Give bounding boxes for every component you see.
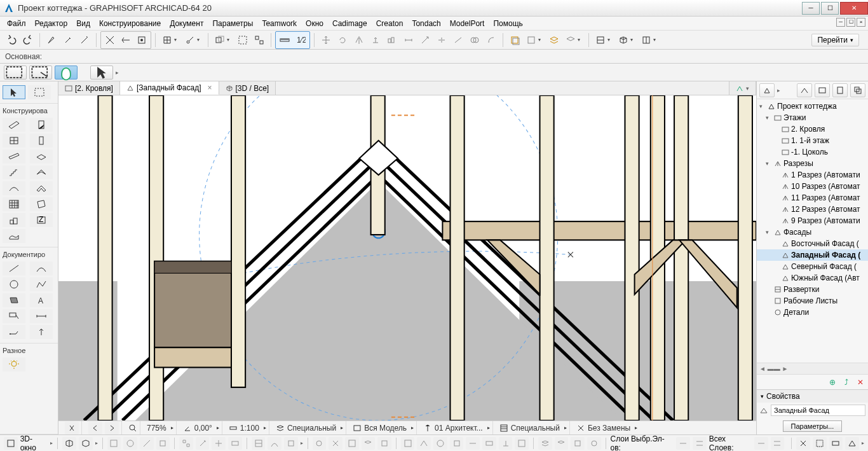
- stretch-button[interactable]: [401, 32, 416, 48]
- zoom-prev-button[interactable]: [88, 422, 102, 434]
- nav-horizontal-scroll[interactable]: ◄ ▬▬ ►: [757, 363, 868, 374]
- view-tab-floor[interactable]: [2. Кровля]: [58, 81, 120, 95]
- fillet-button[interactable]: [484, 32, 499, 48]
- trace-settings-button[interactable]: ▾: [524, 32, 545, 48]
- magic-wand-button[interactable]: [77, 32, 92, 48]
- element-snap-button[interactable]: ▾: [182, 32, 204, 48]
- bb-btn-5[interactable]: [179, 437, 193, 450]
- tree-item[interactable]: 10 Разрез (Автомат: [757, 181, 868, 192]
- tree-item[interactable]: -1. Цоколь: [757, 146, 868, 158]
- nav-save-view-icon[interactable]: ⤴: [841, 377, 851, 387]
- nav-props-header[interactable]: ▾Свойства: [757, 390, 868, 403]
- bb-btn-20[interactable]: [450, 437, 464, 450]
- override-seg[interactable]: Без Замены▸: [574, 421, 640, 434]
- morph-tool[interactable]: [30, 197, 53, 211]
- bb-btn-24[interactable]: [515, 437, 529, 450]
- menu-teamwork[interactable]: Teamwork: [257, 17, 301, 30]
- roof-tool[interactable]: [30, 165, 53, 179]
- tree-item[interactable]: Западный Фасад (: [757, 249, 868, 261]
- skylight-tool[interactable]: [30, 181, 53, 195]
- marquee-tool[interactable]: [28, 85, 51, 99]
- fill-tool[interactable]: [3, 293, 25, 307]
- window-tool[interactable]: [3, 134, 25, 148]
- bb-axo-button[interactable]: [79, 437, 93, 450]
- tree-item[interactable]: 12 Разрез (Автомат: [757, 204, 868, 215]
- nav-delete-icon[interactable]: ✕: [855, 377, 865, 387]
- bb-btn-17[interactable]: [401, 437, 415, 450]
- level-dim-tool[interactable]: [3, 325, 25, 339]
- bb-btn-13[interactable]: [329, 437, 342, 450]
- layers-dropdown-button[interactable]: ▾: [563, 32, 585, 48]
- bb-btn-27[interactable]: [571, 437, 585, 450]
- arch-set-seg[interactable]: 01 Архитект...▸: [421, 421, 493, 434]
- tree-item[interactable]: Южный Фасад (Авт: [757, 272, 868, 284]
- bb-btn-3[interactable]: [140, 437, 154, 450]
- intersect-button[interactable]: [467, 32, 482, 48]
- bb-layer-sel-1[interactable]: [676, 437, 690, 450]
- menu-tondach[interactable]: Tondach: [407, 17, 445, 30]
- nav-new-view-icon[interactable]: ⊕: [827, 377, 837, 387]
- arrow-cursor-button[interactable]: [90, 66, 113, 80]
- section-view-button[interactable]: ▾: [639, 32, 660, 48]
- menu-file[interactable]: Файл: [3, 17, 31, 30]
- bb-right-3[interactable]: [829, 437, 843, 450]
- marquee-mode-button[interactable]: [4, 66, 27, 80]
- bb-btn-14[interactable]: [345, 437, 359, 450]
- adjust-button[interactable]: [451, 32, 466, 48]
- pick-button[interactable]: [44, 32, 59, 48]
- polyline-tool[interactable]: [30, 277, 53, 291]
- bb-btn-19[interactable]: [433, 437, 447, 450]
- bb-btn-8[interactable]: [228, 437, 242, 450]
- bb-btn-18[interactable]: [417, 437, 431, 450]
- redo-button[interactable]: [20, 32, 36, 48]
- bb-perspective-button[interactable]: [62, 437, 76, 450]
- bb-btn-21[interactable]: [466, 437, 480, 450]
- select-mode-button[interactable]: [29, 66, 52, 80]
- bb-btn-1[interactable]: [107, 437, 121, 450]
- menu-document[interactable]: Документ: [165, 17, 208, 30]
- rotate-button[interactable]: [335, 32, 350, 48]
- drawing-canvas[interactable]: [58, 95, 756, 420]
- bb-btn-11[interactable]: [284, 437, 298, 450]
- bb-btn-4[interactable]: [156, 437, 170, 450]
- curtain-wall-tool[interactable]: [3, 197, 25, 211]
- zone-tool[interactable]: Z: [30, 213, 53, 227]
- floor-plan-shortcut[interactable]: [4, 437, 18, 450]
- goto-dropdown[interactable]: Перейти▾: [811, 34, 864, 46]
- nav-map-button[interactable]: [797, 83, 812, 97]
- tree-root[interactable]: ▾ Проект коттеджа: [757, 101, 868, 112]
- menu-edit[interactable]: Редактор: [31, 17, 72, 30]
- menu-view[interactable]: Вид: [72, 17, 95, 30]
- arrow-tool[interactable]: [3, 85, 25, 99]
- undo-button[interactable]: [4, 32, 19, 48]
- zoom-out-button[interactable]: [65, 422, 79, 434]
- view-tab-3d[interactable]: [3D / Все]: [219, 81, 276, 95]
- slab-tool[interactable]: [30, 149, 53, 163]
- bb-btn-2[interactable]: [123, 437, 137, 450]
- multiply-button[interactable]: [384, 32, 400, 48]
- view-name-input[interactable]: [771, 405, 865, 416]
- tree-item[interactable]: 9 Разрез (Автомати: [757, 215, 868, 226]
- grid-snap-button[interactable]: ▾: [159, 32, 181, 48]
- circle-tool[interactable]: [3, 277, 25, 291]
- tree-item[interactable]: Восточный Фасад (: [757, 238, 868, 249]
- line-tool[interactable]: [3, 261, 25, 275]
- pan-mode-button[interactable]: [55, 66, 78, 80]
- bb-btn-16[interactable]: [377, 437, 391, 450]
- tree-item[interactable]: 2. Кровля: [757, 123, 868, 135]
- bb-btn-23[interactable]: [499, 437, 513, 450]
- object-tool[interactable]: [3, 213, 25, 227]
- angle-seg[interactable]: 0,00°▸: [180, 421, 222, 434]
- bb-btn-7[interactable]: [212, 437, 226, 450]
- doc-close-button[interactable]: ×: [857, 18, 865, 27]
- tree-item[interactable]: ▾Этажи: [757, 112, 868, 123]
- arc-tool[interactable]: [30, 261, 53, 275]
- tree-item[interactable]: Северный Фасад (: [757, 261, 868, 272]
- menu-creaton[interactable]: Creaton: [372, 17, 408, 30]
- bb-btn-6[interactable]: [196, 437, 210, 450]
- ruler-button[interactable]: [277, 32, 292, 48]
- beam-tool[interactable]: [3, 149, 25, 163]
- bb-layer-all-2[interactable]: [771, 437, 785, 450]
- label-tool[interactable]: [3, 309, 25, 323]
- bb-btn-22[interactable]: [482, 437, 496, 450]
